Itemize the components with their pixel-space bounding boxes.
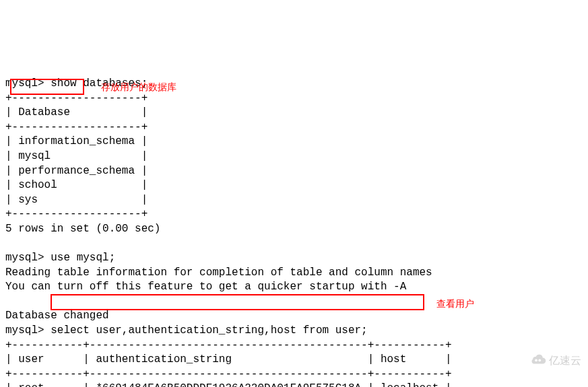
table-row: | performance_schema |	[5, 165, 148, 177]
annotation-mysql-db: 存放用户的数据库	[101, 81, 176, 94]
annotation-select-query: 查看用户	[436, 297, 474, 310]
table-row: | root | *6691484EA6B50DDDE1926A220DA01F…	[5, 382, 452, 387]
highlight-box-select-query	[51, 294, 424, 310]
table-border: +-----------+---------------------------…	[5, 339, 452, 351]
mysql-prompt: mysql> select user,authentication_string…	[5, 324, 368, 337]
output-line: Database changed	[5, 310, 109, 322]
svg-point-0	[535, 359, 537, 361]
table-row: | information_schema |	[5, 135, 148, 147]
mysql-prompt: mysql> use mysql;	[5, 252, 115, 264]
output-line: Reading table information for completion…	[5, 267, 432, 279]
terminal-output: mysql> show databases; +----------------…	[5, 77, 583, 387]
table-header: | user | authentication_string | host |	[5, 353, 452, 365]
status-text: 5 rows in set (0.00 sec)	[5, 223, 160, 235]
table-row: | mysql |	[5, 150, 148, 162]
table-border: +-----------+---------------------------…	[5, 368, 452, 380]
highlight-box-mysql-db	[10, 79, 84, 95]
table-header: | Database |	[5, 106, 148, 118]
watermark-text: 亿速云	[549, 353, 581, 368]
svg-point-1	[538, 359, 541, 361]
watermark: 亿速云	[518, 338, 581, 383]
table-border: +--------------------+	[5, 208, 148, 220]
table-border: +--------------------+	[5, 121, 148, 133]
table-row: | sys |	[5, 194, 148, 206]
table-row: | school |	[5, 179, 148, 191]
output-line: You can turn off this feature to get a q…	[5, 281, 406, 293]
cloud-icon	[518, 338, 546, 383]
